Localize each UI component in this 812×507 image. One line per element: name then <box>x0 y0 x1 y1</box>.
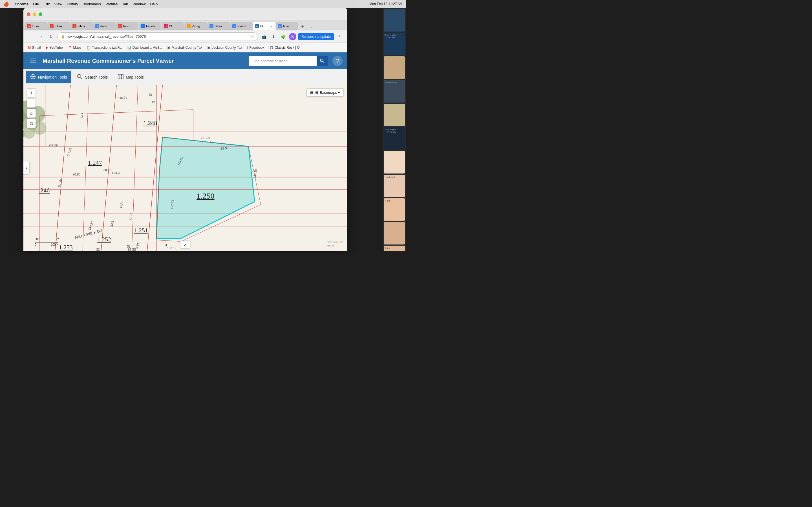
svg-point-49 <box>23 126 35 139</box>
panel-thumb-3[interactable] <box>384 56 405 79</box>
panel-thumb-7[interactable] <box>384 151 405 173</box>
svg-text:1.247: 1.247 <box>88 159 102 166</box>
tab-overflow-button[interactable]: ⌄ <box>307 22 315 31</box>
map-tools-button[interactable]: Map Tools <box>113 71 148 83</box>
bookmark-youtube[interactable]: ▶ YouTube <box>43 44 65 51</box>
bookmark-dashboard[interactable]: 📊 Dashboard :: Viz3... <box>125 44 164 51</box>
hamburger-button[interactable] <box>28 56 38 66</box>
tab-label-searc: Searc... <box>214 24 225 28</box>
panel-thumb-6[interactable]: Screenshot...26.36 AM <box>384 127 405 150</box>
menu-tab[interactable]: Tab <box>122 2 128 6</box>
panel-thumb-1[interactable] <box>384 9 405 32</box>
svg-line-36 <box>81 77 82 79</box>
chevron-up-button[interactable]: ∧ <box>180 240 190 248</box>
panel-thumb-10[interactable] <box>384 222 405 244</box>
tab-cl[interactable]: Cl Cl... <box>161 22 184 31</box>
zoom-in-button[interactable]: + <box>27 89 36 98</box>
menu-window[interactable]: Window <box>133 2 146 6</box>
bookmark-transactions[interactable]: 📋 Transactions (zipF... <box>84 44 124 51</box>
navigation-tools-button[interactable]: Navigation Tools <box>26 71 71 83</box>
svg-text:OP UR: OP UR <box>49 144 58 147</box>
panel-thumb-5[interactable] <box>384 104 405 126</box>
download-button[interactable]: ⬇ <box>270 33 278 41</box>
svg-text:.246: .246 <box>39 187 50 194</box>
menu-history[interactable]: History <box>66 2 78 6</box>
home-button[interactable]: ⌂ <box>27 109 36 118</box>
tab-label-cl: Cl... <box>169 24 174 28</box>
svg-text:d: d <box>97 25 98 28</box>
tab-inbox4[interactable]: M Inbox <box>116 22 139 31</box>
app-menu-chrome[interactable]: Chrome <box>15 2 29 6</box>
address-search-bar[interactable] <box>249 56 328 66</box>
menu-file[interactable]: File <box>33 2 39 6</box>
apple-menu[interactable]: 🍎 <box>3 1 9 7</box>
svg-text:189.99: 189.99 <box>219 146 229 151</box>
reload-button[interactable]: ↻ <box>47 33 55 41</box>
bookmark-icon[interactable]: ☆ <box>251 34 254 39</box>
help-button[interactable]: ? <box>333 56 343 66</box>
bookmark-youtube-label: YouTube <box>49 46 63 50</box>
map-container[interactable]: 116.71 48 47 157.45 150.41 1.248 1.247 9… <box>23 85 347 251</box>
tab-m-active[interactable]: M M × <box>253 22 275 31</box>
tab-dotlo[interactable]: d dotlo... <box>93 22 116 31</box>
bookmark-gmail[interactable]: M Gmail <box>26 44 43 51</box>
tabs-bar: M Inbox M Inbox M Inbox d dotlo... M Inb… <box>23 20 347 31</box>
basemaps-button[interactable]: ▦ ▦ Basemaps ▾ <box>306 89 344 97</box>
bookmark-facebook[interactable]: f Facebook <box>245 44 267 51</box>
search-tools-button[interactable]: Search Tools <box>72 71 112 83</box>
menu-help[interactable]: Help <box>150 2 158 6</box>
bookmark-jackson[interactable]: 🏛 Jackson County Tax <box>205 44 244 51</box>
zoom-out-button[interactable]: − <box>27 99 36 108</box>
tab-inbox2[interactable]: M Inbox <box>47 22 70 31</box>
svg-text:47: 47 <box>152 100 155 104</box>
svg-text:1.252: 1.252 <box>97 236 111 243</box>
extensions-button[interactable]: 🧩 <box>280 33 287 41</box>
tab-parcel[interactable]: P Parcel... <box>230 22 253 31</box>
bookmark-marshall[interactable]: 🏛 Marshall County Tax <box>165 44 205 51</box>
svg-point-35 <box>78 74 81 78</box>
svg-text:M: M <box>256 25 258 28</box>
cast-button[interactable]: 📺 <box>260 33 268 41</box>
locate-button[interactable]: ◎ <box>27 119 36 128</box>
tab-searc[interactable]: S Searc... <box>207 22 230 31</box>
esri-text: esri <box>326 243 335 248</box>
traffic-light-minimize[interactable] <box>33 12 36 16</box>
tab-inbox1[interactable]: M Inbox <box>24 22 47 31</box>
panel-thumb-8[interactable]: head shot <box>384 175 405 197</box>
traffic-light-fullscreen[interactable] <box>39 12 42 16</box>
tab-label-m: M <box>260 24 263 28</box>
bookmark-classic[interactable]: 🎵 Classic Rock | O... <box>267 44 305 51</box>
tab-faceb[interactable]: f Faceb... <box>139 22 161 31</box>
menu-profiles[interactable]: Profiles <box>105 2 117 6</box>
address-search-button[interactable] <box>317 56 328 66</box>
chrome-menu-button[interactable]: ⋮ <box>336 33 344 41</box>
forward-button[interactable]: → <box>37 33 45 41</box>
back-button[interactable]: ← <box>27 33 35 41</box>
tab-parag[interactable]: P Parag... <box>185 22 207 31</box>
menubar-right: Mon Feb 12 11:27 AM <box>369 2 403 6</box>
new-tab-button[interactable]: + <box>299 22 306 31</box>
svg-text:S: S <box>211 25 212 28</box>
profile-avatar[interactable]: K <box>289 33 296 40</box>
youtube-icon: ▶ <box>46 46 48 50</box>
address-search-input[interactable] <box>249 57 317 65</box>
parcel-map: 116.71 48 47 157.45 150.41 1.248 1.247 9… <box>23 85 347 251</box>
tab-inbox3[interactable]: M Inbox <box>70 22 93 31</box>
menu-view[interactable]: View <box>54 2 62 6</box>
traffic-light-close[interactable] <box>27 12 31 16</box>
tab-howto[interactable]: h how t... <box>276 22 298 31</box>
collapse-panel-button[interactable]: › <box>23 161 30 175</box>
panel-thumb-11[interactable]: 0.jpg <box>384 245 405 251</box>
bookmark-maps[interactable]: 📍 Maps <box>66 44 84 51</box>
svg-text:130.19: 130.19 <box>167 246 176 250</box>
url-bar[interactable]: 🔒 isv.kcsgis.com/al.marshall_revenue/?fi… <box>57 33 258 41</box>
svg-marker-37 <box>118 74 123 79</box>
tab-close-btn[interactable]: × <box>269 24 273 28</box>
relaunch-button[interactable]: Relaunch to update <box>298 33 334 40</box>
panel-thumb-4[interactable]: Firefox Data <box>384 80 405 103</box>
menu-edit[interactable]: Edit <box>43 2 50 6</box>
panel-thumb-9[interactable]: 4.jpg <box>384 198 405 221</box>
menu-bookmarks[interactable]: Bookmarks <box>83 2 101 6</box>
app-header: Marshall Revenue Commissioner's Parcel V… <box>23 52 347 69</box>
panel-thumb-2[interactable]: Screenshot...6.22 AM <box>384 33 405 55</box>
